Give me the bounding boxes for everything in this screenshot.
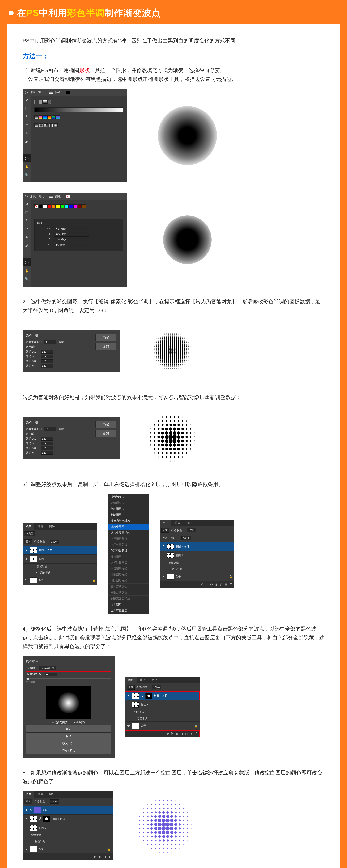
menu-item[interactable]: 混合选项... (108, 494, 149, 500)
delete-icon[interactable]: 🗑 (195, 732, 198, 735)
add-mask-icon[interactable]: ◐ (99, 855, 101, 859)
layer-item[interactable]: 👁 背景 🔒 (23, 844, 113, 854)
add-mask-icon[interactable]: ◐ (176, 732, 178, 735)
solid-fill-icon[interactable] (39, 100, 42, 104)
layer-item[interactable]: 👁 背景 🔒 (23, 576, 97, 585)
crop-tool-icon[interactable]: ✂ (23, 225, 31, 233)
fill-swatch[interactable] (49, 195, 53, 198)
type-tool-icon[interactable]: T (23, 146, 31, 154)
visibility-icon[interactable]: 👁 (24, 847, 28, 850)
fill-swatch[interactable] (49, 91, 53, 94)
tab-paths[interactable]: 路径 (46, 791, 58, 798)
select-dropdown[interactable]: ✎ 取样颜色 (39, 666, 56, 671)
add-mask-icon[interactable]: ◐ (210, 583, 213, 586)
tab-layers[interactable]: 图层 (160, 520, 171, 526)
ok-button[interactable]: 确定 (95, 334, 116, 341)
visibility-icon[interactable]: 👁 (161, 575, 165, 578)
new-layer-icon[interactable]: ⊞ (225, 583, 227, 586)
cancel-button[interactable]: 取消 (95, 430, 116, 437)
layer-mask-thumb[interactable] (146, 693, 152, 699)
layer-item[interactable]: 👁 椭圆 1 拷贝 (160, 542, 234, 551)
channel-input[interactable] (41, 437, 53, 441)
tab-channels[interactable]: 通道 (171, 520, 183, 526)
prop-value[interactable]: 158 像素 (54, 237, 89, 242)
ellipse-tool-icon[interactable]: ◯ (25, 91, 28, 94)
angle-gradient-icon[interactable] (44, 123, 48, 127)
zoom-tool-icon[interactable]: 🔍 (23, 275, 31, 283)
fx-icon[interactable]: fx (171, 732, 173, 735)
load-button[interactable]: 载入(L)... (26, 740, 111, 747)
channel-input[interactable] (41, 446, 53, 450)
ellipse-tool-icon[interactable]: ◯ (23, 258, 31, 267)
tab-channels[interactable]: 通道 (137, 677, 149, 683)
tab-layers[interactable]: 图层 (23, 523, 34, 530)
fx-icon[interactable]: fx (206, 583, 208, 586)
layer-item[interactable]: 👁 ⛓ 椭圆 1 拷贝 (23, 814, 113, 823)
swatch[interactable] (65, 204, 68, 208)
cancel-button[interactable]: 取消 (26, 733, 111, 740)
fuzziness-input[interactable] (45, 673, 57, 676)
adjustment-icon[interactable]: ◑ (215, 583, 218, 586)
swatch[interactable] (69, 204, 73, 208)
tab-paths[interactable]: 路径 (149, 677, 160, 683)
prop-value[interactable]: 684 像素 (54, 226, 89, 231)
new-layer-icon[interactable]: ⊞ (103, 855, 106, 859)
gradient-preset[interactable] (39, 116, 42, 119)
menu-item[interactable]: 删除图层 (108, 512, 149, 518)
type-tool-icon[interactable]: T (23, 250, 31, 258)
visibility-icon[interactable]: 👁 (24, 817, 28, 820)
tab-channels[interactable]: 通道 (34, 791, 46, 798)
shape-mode-dropdown[interactable]: 形状 (30, 90, 36, 94)
visibility-icon[interactable]: 👁 (127, 724, 130, 727)
fuzziness-slider[interactable] (26, 678, 111, 679)
prop-value[interactable]: 684 像素 (54, 232, 89, 237)
channel-input[interactable] (41, 355, 53, 358)
layer-item[interactable]: 👁 椭圆 1 拷贝 (23, 546, 97, 555)
gradient-preset[interactable] (43, 116, 47, 119)
ellipse-tool-icon[interactable]: ◯ (25, 195, 28, 198)
layer-item[interactable]: 👁 背景 🔒 (125, 721, 199, 730)
move-tool-icon[interactable]: ✥ (23, 96, 31, 104)
group-icon[interactable]: ▢ (185, 732, 188, 735)
gradient-preset[interactable] (48, 116, 51, 119)
channel-input[interactable] (41, 364, 53, 368)
adjustment-icon[interactable]: ◑ (181, 732, 183, 735)
no-color-icon[interactable] (34, 204, 38, 208)
menu-item[interactable]: 栅格化图层样式 (108, 530, 149, 536)
cancel-button[interactable]: 取消 (95, 343, 116, 350)
visibility-icon[interactable]: 👁 (24, 808, 28, 812)
gradient-preset[interactable] (34, 116, 38, 119)
gradient-fill-icon[interactable] (43, 100, 47, 104)
menu-item[interactable]: 创建剪贴蒙版 (108, 548, 149, 554)
new-layer-icon[interactable]: ⊞ (190, 732, 193, 735)
blend-mode-select[interactable]: 正常 (24, 539, 32, 544)
layer-mask-thumb[interactable] (43, 816, 50, 822)
prop-value[interactable]: 95 像素 (54, 243, 89, 247)
menu-item[interactable]: 合并可见图层 (108, 608, 149, 614)
eyedropper-tool-icon[interactable]: ✎ (23, 129, 31, 137)
swatch[interactable] (43, 204, 47, 208)
smart-filters-item[interactable]: 智能滤镜 (125, 709, 199, 715)
menu-item[interactable]: 复制图层... (108, 506, 149, 512)
blend-mode-select[interactable]: 正常 (24, 799, 32, 804)
swatch[interactable] (56, 204, 60, 208)
move-tool-icon[interactable]: ✥ (23, 200, 31, 208)
no-fill-icon[interactable] (34, 100, 38, 104)
smart-filters-item[interactable]: 智能滤镜 (23, 832, 113, 838)
visibility-icon[interactable]: 👁 (127, 694, 130, 698)
eyedropper-tool-icon[interactable]: ✎ (23, 233, 31, 242)
radio-selection[interactable]: ○ 选择范围(E) (52, 721, 68, 724)
swatch[interactable] (39, 204, 42, 208)
visibility-icon[interactable]: 👁 (24, 549, 28, 552)
filter-entry[interactable]: 彩色半调 (23, 838, 113, 844)
layer-item-clip[interactable]: 👁 ↘ 图层 1 (23, 806, 113, 814)
link-mask-icon[interactable]: ⛓ (38, 817, 41, 820)
visibility-icon[interactable]: 👁 (24, 579, 28, 582)
link-mask-icon[interactable]: ⛓ (141, 694, 144, 698)
hand-tool-icon[interactable]: ✋ (23, 162, 31, 170)
group-icon[interactable]: ▢ (220, 583, 223, 586)
link-layers-icon[interactable]: ⟲ (201, 583, 203, 586)
channel-input[interactable] (41, 350, 53, 353)
ok-button[interactable]: 确定 (26, 725, 111, 733)
lasso-tool-icon[interactable]: ⌇ (23, 216, 31, 225)
